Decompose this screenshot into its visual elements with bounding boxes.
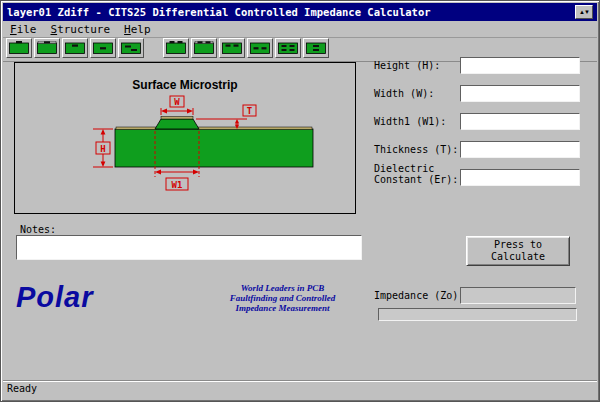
menu-structure[interactable]: Structure <box>44 22 118 37</box>
dim-label-h: H <box>100 144 105 154</box>
height-label: Height (H): <box>374 60 468 71</box>
brand-tagline: World Leaders in PCB Faultfinding and Co… <box>200 283 365 313</box>
menu-bar: File Structure Help <box>3 21 597 38</box>
width1-input[interactable] <box>460 113 580 130</box>
substrate-shape <box>115 129 313 167</box>
surface-microstrip-icon <box>9 41 29 55</box>
status-bar: Ready <box>3 380 597 399</box>
thickness-label: Thickness (T): <box>374 144 468 155</box>
toolbar-diff-surface-microstrip-button[interactable] <box>163 38 189 58</box>
diff-broadside-stripline-icon <box>306 41 326 55</box>
impedance-label: Impedance (Zo): <box>374 290 464 301</box>
stripline-icon <box>93 41 113 55</box>
toolbar-embedded-microstrip-button[interactable] <box>62 38 88 58</box>
diff-dual-stripline-icon <box>278 41 298 55</box>
width1-label: Width1 (W1): <box>374 116 468 127</box>
dielectric-constant-label: Dielectric Constant (Er): <box>374 163 468 185</box>
window-restore-button[interactable]: ▲▼ <box>575 5 593 19</box>
width-label: Width (W): <box>374 88 468 99</box>
dim-label-t: T <box>247 106 253 116</box>
toolbar-group-2 <box>163 38 329 58</box>
dielectric-constant-input[interactable] <box>460 169 580 186</box>
tagline-line: Faultfinding and Controlled <box>200 293 365 303</box>
toolbar-coated-microstrip-button[interactable] <box>34 38 60 58</box>
tagline-line: World Leaders in PCB <box>200 283 365 293</box>
dim-label-w1: W1 <box>172 180 183 190</box>
structure-title: Surface Microstrip <box>15 78 355 92</box>
trace-shape <box>155 119 199 129</box>
title-bar[interactable]: layer01 Zdiff - CITS25 Differential Cont… <box>3 3 597 21</box>
impedance-output <box>460 287 576 304</box>
status-text: Ready <box>7 383 37 394</box>
restore-arrows-icon: ▲▼ <box>579 9 589 15</box>
toolbar-group-1 <box>6 38 144 58</box>
diff-embedded-microstrip-icon <box>222 41 242 55</box>
toolbar-diff-stripline-button[interactable] <box>247 38 273 58</box>
toolbar-dual-stripline-button[interactable] <box>118 38 144 58</box>
polar-logo: Polar <box>16 281 94 314</box>
notes-label: Notes: <box>20 224 56 235</box>
diff-coated-microstrip-icon <box>194 41 214 55</box>
width-input[interactable] <box>460 85 580 102</box>
embedded-microstrip-icon <box>65 41 85 55</box>
dim-label-w: W <box>174 97 180 107</box>
toolbar-stripline-button[interactable] <box>90 38 116 58</box>
diff-stripline-icon <box>250 41 270 55</box>
tagline-line: Impedance Measurement <box>200 303 365 313</box>
toolbar-diff-embedded-microstrip-button[interactable] <box>219 38 245 58</box>
calculate-button[interactable]: Press to Calculate <box>466 236 570 266</box>
toolbar-diff-broadside-stripline-button[interactable] <box>303 38 329 58</box>
structure-diagram-panel: Surface Microstrip W T H W1 <box>14 62 356 214</box>
thickness-input[interactable] <box>460 141 580 158</box>
coated-microstrip-icon <box>37 41 57 55</box>
menu-help[interactable]: Help <box>117 22 158 37</box>
notes-input[interactable] <box>16 235 362 260</box>
toolbar-diff-coated-microstrip-button[interactable] <box>191 38 217 58</box>
menu-file[interactable]: File <box>3 22 44 37</box>
window-title: layer01 Zdiff - CITS25 Differential Cont… <box>7 6 431 18</box>
diff-surface-microstrip-icon <box>166 41 186 55</box>
progress-bar <box>378 308 577 321</box>
structure-diagram: W T H W1 <box>15 93 353 211</box>
toolbar-surface-microstrip-button[interactable] <box>6 38 32 58</box>
height-input[interactable] <box>460 57 580 74</box>
toolbar-diff-dual-stripline-button[interactable] <box>275 38 301 58</box>
dual-stripline-icon <box>121 41 141 55</box>
